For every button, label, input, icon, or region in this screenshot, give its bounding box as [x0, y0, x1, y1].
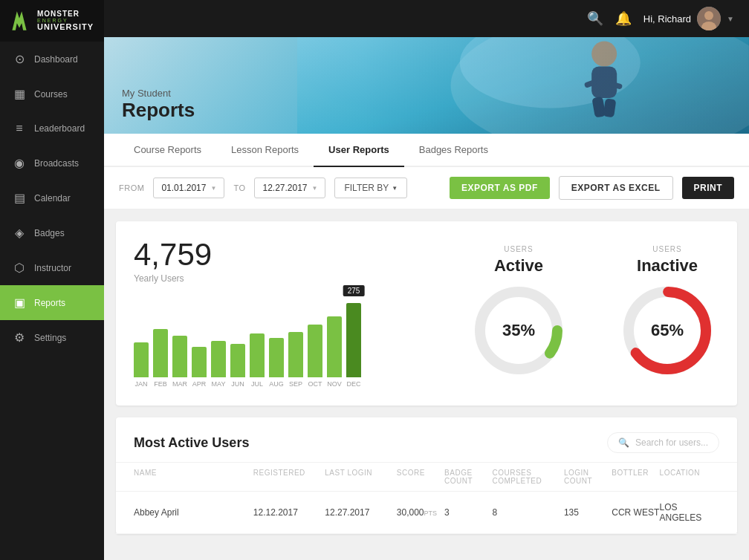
most-active-header: Most Active Users 🔍 Search for users... [116, 417, 737, 462]
bar-month-label: MAY [212, 380, 226, 388]
inactive-users-chart: USERS Inactive 65% [615, 245, 719, 382]
bar-item: MAY [211, 341, 226, 388]
sidebar-item-settings[interactable]: ⚙ Settings [0, 320, 104, 355]
bar-month-label: OCT [308, 380, 322, 388]
bar-month-label: APR [192, 380, 207, 388]
cell-name: Abbey April [134, 507, 253, 518]
search-placeholder: Search for users... [635, 437, 708, 448]
chevron-down-icon: ▼ [392, 185, 398, 192]
hero-overlay [362, 37, 749, 134]
avatar [697, 7, 721, 30]
bar [134, 342, 149, 377]
export-pdf-button[interactable]: EXPORT AS PDF [450, 177, 550, 199]
sidebar-item-dashboard[interactable]: ⊙ Dashboard [0, 42, 104, 76]
sidebar: MONSTER ENERGY UNIVERSITY ⊙ Dashboard ▦ … [0, 0, 104, 560]
bar: 275 [346, 303, 361, 377]
page-title: Reports [122, 99, 195, 122]
bar-month-label: DEC [346, 380, 360, 388]
tab-badges-reports[interactable]: Badges Reports [404, 134, 503, 167]
settings-icon: ⚙ [12, 331, 27, 345]
monster-logo-icon [7, 9, 31, 33]
to-date-value: 12.27.2017 [262, 183, 307, 193]
calendar-icon: ▤ [12, 191, 27, 205]
reports-icon: ▣ [12, 296, 27, 310]
user-menu[interactable]: Hi, Richard ▼ [643, 7, 734, 30]
logo-text: MONSTER ENERGY UNIVERSITY [37, 10, 94, 31]
sidebar-item-broadcasts[interactable]: ◉ Broadcasts [0, 146, 104, 180]
most-active-title: Most Active Users [134, 435, 249, 451]
filter-button[interactable]: FILTER BY ▼ [334, 178, 407, 198]
col-score: SCORE [397, 469, 444, 485]
table-header: NAME REGISTERED LAST LOGIN SCORE BADGE C… [116, 462, 737, 492]
search-icon[interactable]: 🔍 [587, 10, 603, 27]
bar [211, 341, 226, 377]
cell-registered: 12.12.2017 [253, 507, 325, 518]
bar [327, 316, 342, 377]
active-pct: 35% [502, 321, 535, 340]
bar-chart: JANFEBMARAPRMAYJUNJULAUGSEPOCTNOV275DEC [134, 299, 437, 388]
tab-lesson-reports[interactable]: Lesson Reports [216, 134, 314, 167]
sidebar-item-calendar[interactable]: ▤ Calendar [0, 180, 104, 215]
hero-subtitle: My Student [122, 88, 195, 99]
main-content: 🔍 🔔 Hi, Richard ▼ [104, 0, 749, 560]
to-label: TO [233, 183, 245, 192]
leaderboard-icon: ≡ [12, 122, 27, 135]
chevron-down-icon: ▼ [210, 185, 216, 192]
bar [288, 332, 303, 377]
bar-item: NOV [327, 316, 342, 388]
bar-item: SEP [288, 332, 303, 388]
yearly-users-number: 4,759 [134, 239, 437, 270]
col-last-login: LAST LOGIN [325, 469, 396, 485]
col-badge-count: BADGE COUNT [444, 469, 492, 485]
bar [308, 325, 322, 377]
bar [269, 338, 284, 377]
bar [192, 347, 207, 377]
cell-courses-completed: 8 [492, 507, 564, 518]
bar-month-label: JAN [134, 380, 147, 388]
cell-last-login: 12.27.2017 [325, 507, 396, 518]
search-users-input[interactable]: 🔍 Search for users... [607, 432, 719, 453]
svg-point-1 [704, 11, 713, 20]
bar [250, 333, 265, 377]
bar-item: APR [192, 347, 207, 388]
col-registered: REGISTERED [253, 469, 325, 485]
sidebar-item-leaderboard[interactable]: ≡ Leaderboard [0, 111, 104, 146]
avatar-image [697, 7, 721, 30]
bar-item: FEB [153, 329, 168, 388]
controls-bar: FROM 01.01.2017 ▼ TO 12.27.2017 ▼ FILTER… [104, 167, 749, 209]
bar-month-label: FEB [154, 380, 167, 388]
bar-month-label: AUG [269, 380, 284, 388]
chevron-down-icon: ▼ [312, 185, 318, 192]
yearly-users-label: Yearly Users [134, 273, 437, 284]
bar-chart-area: 4,759 Yearly Users JANFEBMARAPRMAYJUNJUL… [134, 239, 437, 388]
bell-icon[interactable]: 🔔 [615, 10, 632, 27]
bar-item: 275DEC [346, 303, 361, 388]
hero-text: My Student Reports [122, 88, 195, 122]
col-bottler: BOTTLER [612, 469, 659, 485]
broadcasts-icon: ◉ [12, 156, 27, 170]
bar-item: JUN [230, 344, 245, 388]
tab-course-reports[interactable]: Course Reports [119, 134, 216, 167]
inactive-donut-container: 65% [615, 279, 719, 382]
tabs-bar: Course Reports Lesson Reports User Repor… [104, 134, 749, 167]
logo-area: MONSTER ENERGY UNIVERSITY [0, 0, 104, 42]
bar-month-label: JUN [231, 380, 244, 388]
greeting-text: Hi, Richard [643, 13, 691, 25]
most-active-section: Most Active Users 🔍 Search for users... … [116, 417, 737, 534]
col-login-count: LOGIN COUNT [564, 469, 612, 485]
search-icon: 🔍 [618, 437, 629, 448]
filter-label: FILTER BY [344, 183, 389, 193]
export-excel-button[interactable]: EXPORT AS EXCEL [559, 176, 673, 200]
sidebar-item-badges[interactable]: ◈ Badges [0, 215, 104, 250]
to-date-input[interactable]: 12.27.2017 ▼ [254, 178, 325, 198]
bar-item: AUG [269, 338, 284, 388]
sidebar-item-instructor[interactable]: ⬡ Instructor [0, 250, 104, 285]
bar-month-label: NOV [327, 380, 342, 388]
sidebar-item-reports[interactable]: ▣ Reports [0, 285, 104, 320]
sidebar-item-courses[interactable]: ▦ Courses [0, 76, 104, 111]
bar-item: JAN [134, 342, 149, 388]
print-button[interactable]: PRINT [682, 177, 735, 199]
tab-user-reports[interactable]: User Reports [314, 134, 404, 167]
from-date-input[interactable]: 01.01.2017 ▼ [153, 178, 224, 198]
bar [230, 344, 245, 377]
